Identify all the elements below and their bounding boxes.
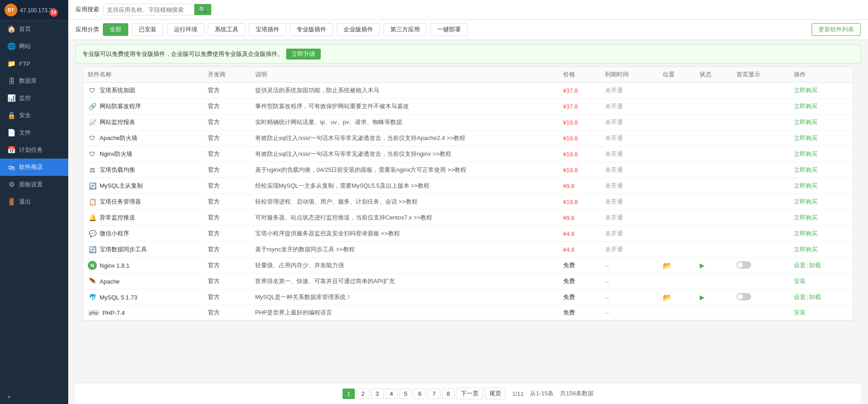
td-homepage xyxy=(732,162,790,178)
td-vendor: 官方 xyxy=(203,146,251,162)
cat-btn-thirdparty[interactable]: 第三方应用 xyxy=(384,23,427,36)
upgrade-button[interactable]: 立即升级 xyxy=(286,49,321,60)
th-vendor: 开发商 xyxy=(203,67,251,83)
buy-link[interactable]: 立即购买 xyxy=(794,166,818,173)
sidebar-item-ftp[interactable]: 📁 FTP xyxy=(0,55,68,72)
search-input[interactable] xyxy=(103,4,194,15)
uninstall-link[interactable]: 卸载 xyxy=(809,262,821,269)
td-location xyxy=(658,210,695,226)
td-action: 立即购买 xyxy=(789,115,853,130)
monitor-icon: 📊 xyxy=(7,94,15,102)
page-btn-7[interactable]: 7 xyxy=(428,389,440,399)
th-homepage: 首页显示 xyxy=(732,67,790,83)
play-icon[interactable]: ▶ xyxy=(700,294,705,301)
homepage-toggle[interactable] xyxy=(737,261,751,269)
td-expire: 未开通 xyxy=(601,130,658,146)
action-sep: | xyxy=(807,294,808,300)
settings-link[interactable]: 设置 xyxy=(794,262,806,269)
td-desc: MySQL是一种关系数据库管理系统！ xyxy=(251,289,559,305)
buy-link[interactable]: 立即购买 xyxy=(794,198,818,205)
buy-link[interactable]: 立即购买 xyxy=(794,119,818,125)
page-btn-1[interactable]: 1 xyxy=(343,389,355,399)
page-btn-2[interactable]: 2 xyxy=(357,389,369,399)
action-sep: | xyxy=(807,262,808,269)
buy-link[interactable]: 立即购买 xyxy=(794,87,818,94)
td-status: ▶ xyxy=(695,258,732,274)
td-price: 免费 xyxy=(559,289,601,305)
buy-link[interactable]: 立即购买 xyxy=(794,103,818,110)
cat-btn-installed[interactable]: 已安装 xyxy=(132,23,163,36)
plus-icon: + xyxy=(7,394,11,400)
sidebar-item-panel-settings[interactable]: ⚙ 面板设置 xyxy=(0,176,68,193)
buy-link[interactable]: 立即购买 xyxy=(794,214,818,221)
sidebar-item-home[interactable]: 🏠 首页 xyxy=(0,20,68,38)
page-btn-5[interactable]: 5 xyxy=(399,389,412,399)
td-location xyxy=(658,146,695,162)
install-link[interactable]: 安装 xyxy=(794,309,806,316)
top-search-bar: 应用搜索 🔍 xyxy=(68,0,868,20)
td-desc: 经松实现MySQL一主多从复制，需要MySQL5.5及以上版本 >>教程 xyxy=(251,178,559,194)
app-name: 网站防篡改程序 xyxy=(100,102,141,110)
search-input-wrap: 🔍 xyxy=(103,4,212,15)
cat-btn-pro-plugins[interactable]: 专业版插件 xyxy=(290,23,333,36)
sidebar-item-files[interactable]: 📄 文件 xyxy=(0,124,68,141)
homepage-toggle[interactable] xyxy=(737,293,751,300)
table-row: 🛡 Nginx防火墙 官方 有效防止sql注入/xss/一句话木马等常见渗透攻击… xyxy=(83,146,853,162)
td-name: php PHP-7.4 xyxy=(83,305,203,320)
page-btn-4[interactable]: 4 xyxy=(385,389,398,399)
page-btn-next[interactable]: 下一页 xyxy=(456,388,483,399)
td-desc: 轻量级、占用内存少、并发能力强 xyxy=(251,258,559,274)
sidebar-item-website[interactable]: 🌐 网站 xyxy=(0,38,68,55)
software-table-container: 软件名称 开发商 说明 价格 到期时间 位置 状态 首页显示 操作 🛡 宝 xyxy=(76,66,861,383)
app-name: 微信小程序 xyxy=(100,229,129,238)
cat-btn-runtime[interactable]: 运行环境 xyxy=(167,23,204,36)
page-btn-last[interactable]: 尾页 xyxy=(485,388,506,399)
td-homepage xyxy=(732,210,790,226)
page-btn-8[interactable]: 8 xyxy=(442,389,454,399)
folder-icon[interactable]: 📂 xyxy=(663,294,672,301)
sidebar-item-label: 安全 xyxy=(19,111,31,120)
install-link[interactable]: 安装 xyxy=(794,278,806,284)
search-button[interactable]: 🔍 xyxy=(194,4,211,15)
td-homepage xyxy=(732,130,790,146)
td-price: 免费 xyxy=(559,258,601,274)
sidebar-item-tasks[interactable]: 📅 计划任务 xyxy=(0,141,68,159)
play-icon[interactable]: ▶ xyxy=(700,262,705,269)
buy-link[interactable]: 立即购买 xyxy=(794,182,818,189)
cat-btn-btplugins[interactable]: 宝塔插件 xyxy=(249,23,286,36)
table-row: php PHP-7.4 官方 PHP是世界上最好的编程语言 免费 -- 安装 xyxy=(83,305,853,320)
page-btn-3[interactable]: 3 xyxy=(371,389,384,399)
td-vendor: 官方 xyxy=(203,130,251,146)
table-row: 🐬 MySQL 5.1.73 官方 MySQL是一种关系数据库管理系统！ 免费 … xyxy=(83,289,853,305)
sidebar-item-store[interactable]: 🛍 软件商店 xyxy=(0,159,68,176)
td-expire: 未开通 xyxy=(601,146,658,162)
cat-btn-oneclickdeploy[interactable]: 一键部署 xyxy=(430,23,468,36)
sidebar-item-label: 文件 xyxy=(19,129,31,137)
sidebar-item-monitor[interactable]: 📊 监控 xyxy=(0,90,68,107)
app-name: 异常监控推送 xyxy=(100,214,135,222)
settings-link[interactable]: 设置 xyxy=(794,294,806,300)
uninstall-link[interactable]: 卸载 xyxy=(809,294,821,300)
cat-btn-ent-plugins[interactable]: 企业版插件 xyxy=(337,23,380,36)
sidebar-item-logout[interactable]: 🚪 退出 xyxy=(0,193,68,210)
td-name: 🔄 宝塔数据同步工具 xyxy=(83,242,203,258)
table-row: 🔔 异常监控推送 官方 可对服务器、站点状态进行监控推送，当前仅支持Centos… xyxy=(83,210,853,226)
page-btn-6[interactable]: 6 xyxy=(414,389,426,399)
cat-btn-all[interactable]: 全部 xyxy=(103,23,128,36)
sidebar-item-security[interactable]: 🔒 安全 xyxy=(0,107,68,124)
buy-link[interactable]: 立即购买 xyxy=(794,246,818,253)
buy-link[interactable]: 立即购买 xyxy=(794,135,818,141)
sidebar-item-label: 网站 xyxy=(19,42,31,50)
folder-icon[interactable]: 📂 xyxy=(663,262,672,269)
update-list-button[interactable]: 更新软件列表 xyxy=(812,23,861,36)
sidebar-item-database[interactable]: 🗄 数据库 xyxy=(0,72,68,90)
td-price: ¥19.8 xyxy=(559,130,601,146)
sidebar-add-button[interactable]: + xyxy=(0,390,68,404)
buy-link[interactable]: 立即购买 xyxy=(794,230,818,237)
cat-btn-systools[interactable]: 系统工具 xyxy=(208,23,245,36)
td-status xyxy=(695,178,732,194)
td-name: 💬 微信小程序 xyxy=(83,226,203,242)
td-price: ¥19.8 xyxy=(559,194,601,210)
page-total-pages: 1/11 xyxy=(512,390,524,397)
buy-link[interactable]: 立即购买 xyxy=(794,150,818,157)
